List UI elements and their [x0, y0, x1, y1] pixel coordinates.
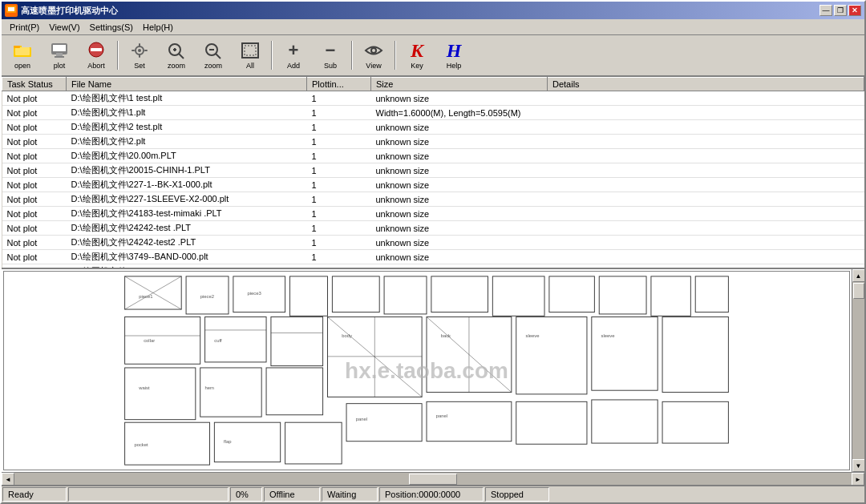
svg-rect-5	[15, 47, 30, 55]
menu-help[interactable]: Help(H)	[138, 21, 178, 34]
separator-3	[351, 41, 353, 70]
svg-rect-15	[139, 43, 140, 46]
sub-button[interactable]: − Sub	[313, 38, 348, 73]
status-percent: 0%	[230, 487, 262, 502]
cell-plot: 1	[307, 236, 371, 250]
preview-area: piece1 piece2 piece3 body back sleeve sl…	[2, 269, 864, 472]
h-scrollbar-track	[14, 473, 852, 485]
cell-plot: 1	[307, 135, 371, 149]
svg-rect-1	[8, 7, 14, 11]
set-label: Set	[134, 62, 145, 70]
svg-text:body: body	[342, 333, 352, 338]
set-button[interactable]: Set	[122, 38, 157, 73]
svg-rect-10	[55, 56, 64, 58]
cell-task: Not plot	[2, 163, 67, 178]
preview-scrollbar[interactable]: ▲ ▼	[852, 269, 864, 472]
restore-button[interactable]: ❐	[834, 5, 847, 16]
view-button[interactable]: View	[356, 38, 391, 73]
table-row[interactable]: Not plot D:\绘图机文件\227-1--BK-X1-000.plt 1…	[2, 178, 864, 192]
status-stopped: Stopped	[485, 487, 549, 502]
svg-rect-18	[144, 50, 148, 51]
scrollbar-track	[852, 282, 865, 459]
svg-rect-9	[56, 53, 63, 56]
separator-2	[271, 41, 273, 70]
table-row[interactable]: Not plot D:\绘图机文件\3749--BAND-000.plt 1 u…	[2, 250, 864, 264]
col-header-size: Size	[371, 78, 548, 91]
table-row[interactable]: Not plot D:\绘图机文件\20.00m.PLT 1 unknown s…	[2, 149, 864, 163]
scroll-left-button[interactable]: ◄	[2, 473, 14, 485]
zoom-out-label: zoom	[204, 62, 222, 70]
cell-plot: 1	[307, 91, 371, 106]
cell-size: unknown size	[371, 163, 548, 178]
table-row[interactable]: Not plot D:\绘图机文件\24242-test .PLT 1 unkn…	[2, 221, 864, 236]
menu-view[interactable]: View(V)	[44, 21, 84, 34]
table-row[interactable]: Not plot D:\绘图机文件\1.plt 1 Width=1.6000(M…	[2, 106, 864, 120]
svg-rect-8	[53, 45, 66, 51]
add-button[interactable]: + Add	[276, 38, 311, 73]
cell-details	[548, 221, 864, 236]
table-row[interactable]: Not plot D:\绘图机文件\1 test.plt 1 unknown s…	[2, 91, 864, 106]
preview-canvas: piece1 piece2 piece3 body back sleeve sl…	[3, 271, 850, 470]
svg-point-14	[138, 49, 141, 52]
svg-text:piece3: piece3	[248, 291, 262, 296]
col-header-plot: Plottin...	[307, 78, 371, 91]
view-icon	[364, 41, 383, 60]
svg-rect-12	[91, 48, 102, 51]
status-ready: Ready	[2, 487, 67, 502]
cell-task: Not plot	[2, 207, 67, 221]
scrollbar-thumb[interactable]	[853, 283, 864, 299]
cell-size: unknown size	[371, 221, 548, 236]
scroll-down-button[interactable]: ▼	[852, 459, 865, 472]
table-row[interactable]: Not plot D:\绘图机文件\2.plt 1 unknown size	[2, 135, 864, 149]
svg-point-29	[372, 49, 375, 52]
abort-button[interactable]: Abort	[79, 38, 114, 73]
svg-rect-16	[139, 54, 140, 58]
file-list-scroll[interactable]: Task Status File Name Plottin... Size De…	[2, 77, 864, 269]
zoom-in-label: zoom	[168, 62, 185, 70]
table-row[interactable]: Not plot D:\绘图机文件\227-1SLEEVE-X2-000.plt…	[2, 192, 864, 207]
cell-task: Not plot	[2, 120, 67, 135]
all-button[interactable]: All	[233, 38, 268, 73]
help-button[interactable]: H Help	[436, 38, 471, 73]
cell-size: unknown size	[371, 135, 548, 149]
table-row[interactable]: Not plot D:\绘图机文件\20015-CHINH-1.PLT 1 un…	[2, 163, 864, 178]
cell-size: unknown size	[371, 149, 548, 163]
app-icon	[5, 4, 18, 17]
zoom-out-button[interactable]: zoom	[196, 38, 231, 73]
minimize-button[interactable]: —	[819, 5, 832, 16]
cell-plot: 1	[307, 250, 371, 264]
svg-text:waist: waist	[138, 385, 150, 390]
svg-text:panel: panel	[356, 417, 367, 421]
window-controls: — ❐ ✕	[819, 5, 861, 16]
cell-size: unknown size	[371, 192, 548, 207]
scroll-up-button[interactable]: ▲	[852, 269, 865, 282]
cell-size: unknown size	[371, 236, 548, 250]
zoom-in-button[interactable]: zoom	[159, 38, 194, 73]
table-row[interactable]: Not plot D:\绘图机文件\24183-test-mimaki .PLT…	[2, 207, 864, 221]
cell-file: D:\绘图机文件\24242-test .PLT	[67, 221, 307, 236]
close-button[interactable]: ✕	[848, 5, 861, 16]
help-icon: H	[444, 41, 463, 60]
cell-plot: 1	[307, 207, 371, 221]
key-button[interactable]: K Key	[399, 38, 435, 73]
svg-text:sleeve: sleeve	[601, 333, 615, 338]
scroll-right-button[interactable]: ►	[852, 473, 864, 485]
svg-rect-17	[132, 50, 135, 51]
cell-details	[548, 149, 864, 163]
key-label: Key	[411, 62, 423, 70]
all-icon	[241, 41, 260, 60]
table-row[interactable]: Not plot D:\绘图机文件\2 test.plt 1 unknown s…	[2, 120, 864, 135]
menu-print[interactable]: Print(P)	[5, 21, 44, 34]
menu-settings[interactable]: Settings(S)	[85, 21, 138, 34]
help-label: Help	[447, 62, 462, 70]
h-scrollbar-thumb[interactable]	[409, 474, 457, 485]
plot-button[interactable]: plot	[42, 38, 77, 73]
open-button[interactable]: open	[5, 38, 40, 73]
main-window: 高速喷墨打印机驱动中心 — ❐ ✕ Print(P) View(V) Setti…	[0, 0, 866, 504]
add-icon: +	[284, 41, 303, 60]
horizontal-scrollbar[interactable]: ◄ ►	[2, 472, 864, 485]
zoom-out-icon	[204, 41, 223, 60]
table-row[interactable]: Not plot D:\绘图机文件\24242-test2 .PLT 1 unk…	[2, 236, 864, 250]
set-icon	[130, 41, 149, 60]
cell-file: D:\绘图机文件\3749--BAND-000.plt	[67, 250, 307, 264]
